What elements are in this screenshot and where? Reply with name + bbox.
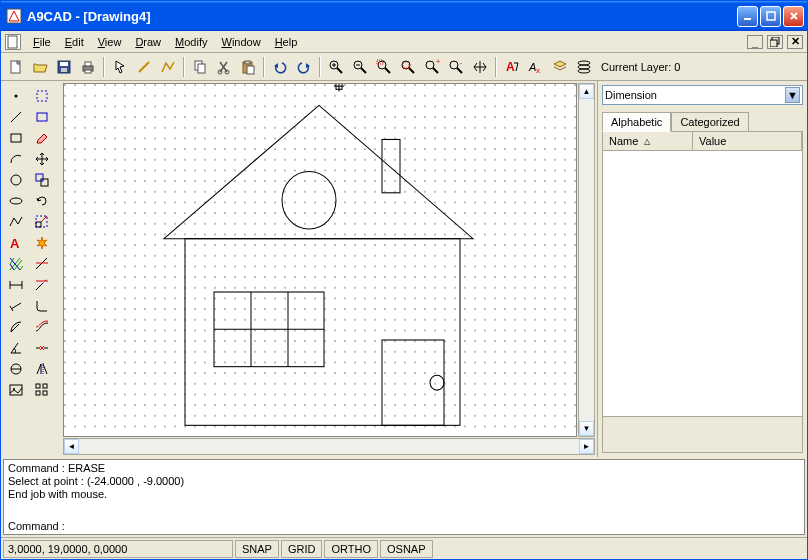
scroll-left-icon[interactable]: ◄	[64, 439, 79, 454]
circle-tool[interactable]	[3, 169, 29, 190]
zoom-realtime-button[interactable]: +	[421, 56, 443, 78]
scale-tool[interactable]	[29, 211, 55, 232]
hatch-tool[interactable]	[3, 253, 29, 274]
minimize-button[interactable]	[737, 6, 758, 27]
point-tool[interactable]	[3, 85, 29, 106]
save-button[interactable]	[53, 56, 75, 78]
dim-radius-tool[interactable]	[3, 316, 29, 337]
command-prompt[interactable]: Command :	[4, 518, 804, 534]
command-line[interactable]: Command : ERASE Select at point : (-24.0…	[3, 459, 805, 535]
scroll-up-icon[interactable]: ▲	[579, 84, 594, 99]
zoom-extents-button[interactable]	[397, 56, 419, 78]
offset-tool[interactable]	[29, 316, 55, 337]
svg-rect-1	[744, 18, 751, 20]
svg-point-28	[378, 61, 386, 69]
menu-file[interactable]: File	[27, 34, 57, 50]
status-bar: 3,0000, 19,0000, 0,0000 SNAP GRID ORTHO …	[1, 537, 807, 559]
erase-tool[interactable]	[29, 127, 55, 148]
svg-line-22	[337, 68, 342, 73]
zoom-in-button[interactable]	[325, 56, 347, 78]
svg-point-43	[578, 65, 590, 69]
line-tool[interactable]	[3, 106, 29, 127]
mdi-restore-button[interactable]	[767, 35, 783, 49]
pan-button[interactable]	[469, 56, 491, 78]
menu-view[interactable]: View	[92, 34, 128, 50]
mirror-tool[interactable]	[29, 358, 55, 379]
dim-style-button[interactable]: Ax	[525, 56, 547, 78]
menu-draw[interactable]: Draw	[129, 34, 167, 50]
osnap-toggle[interactable]: OSNAP	[380, 540, 433, 558]
dimension-dropdown[interactable]: Dimension ▼	[602, 85, 803, 105]
arc-tool[interactable]	[3, 148, 29, 169]
pick-tool-icon[interactable]	[109, 56, 131, 78]
vertical-scrollbar[interactable]: ▲ ▼	[578, 83, 595, 437]
menu-window[interactable]: Window	[215, 34, 266, 50]
svg-rect-61	[37, 91, 47, 101]
trim-tool[interactable]	[29, 253, 55, 274]
copy-tool[interactable]	[29, 169, 55, 190]
svg-rect-5	[770, 40, 777, 47]
close-button[interactable]	[783, 6, 804, 27]
new-button[interactable]	[5, 56, 27, 78]
col-value[interactable]: Value	[693, 132, 802, 150]
tab-alphabetic[interactable]: Alphabetic	[602, 112, 671, 132]
scroll-down-icon[interactable]: ▼	[579, 421, 594, 436]
zoom-out-button[interactable]	[349, 56, 371, 78]
dim-ordinate-tool[interactable]	[3, 358, 29, 379]
layer-manager-button[interactable]	[549, 56, 571, 78]
tab-categorized[interactable]: Categorized	[671, 112, 748, 132]
chevron-down-icon[interactable]: ▼	[785, 87, 800, 103]
select-rect-tool[interactable]	[29, 106, 55, 127]
undo-button[interactable]	[269, 56, 291, 78]
mdi-close-button[interactable]: ✕	[787, 35, 803, 49]
svg-line-32	[409, 68, 414, 73]
menu-help[interactable]: Help	[269, 34, 304, 50]
rect-tool[interactable]	[3, 127, 29, 148]
zoom-window-button[interactable]	[373, 56, 395, 78]
array-tool[interactable]	[29, 379, 55, 400]
layers-button[interactable]	[573, 56, 595, 78]
menu-edit[interactable]: Edit	[59, 34, 90, 50]
text-style-button[interactable]: A	[501, 56, 523, 78]
svg-point-48	[11, 175, 21, 185]
move-tool[interactable]	[29, 148, 55, 169]
snap-toggle[interactable]: SNAP	[235, 540, 279, 558]
extend-tool[interactable]	[29, 274, 55, 295]
dim-angular-tool[interactable]	[3, 337, 29, 358]
dim-linear-tool[interactable]	[3, 274, 29, 295]
polyline-tool[interactable]	[3, 211, 29, 232]
menu-modify[interactable]: Modify	[169, 34, 213, 50]
mdi-minimize-button[interactable]: _	[747, 35, 763, 49]
horizontal-scrollbar[interactable]: ◄ ►	[63, 438, 595, 455]
explode-tool[interactable]	[29, 232, 55, 253]
line-tool-icon[interactable]	[133, 56, 155, 78]
drawing-canvas[interactable]	[63, 83, 577, 437]
select-window-tool[interactable]	[29, 85, 55, 106]
svg-rect-78	[36, 391, 40, 395]
col-name[interactable]: Name △	[603, 132, 693, 150]
rotate-tool[interactable]	[29, 190, 55, 211]
fillet-tool[interactable]	[29, 295, 55, 316]
break-tool[interactable]	[29, 337, 55, 358]
zoom-previous-button[interactable]: -	[445, 56, 467, 78]
scroll-right-icon[interactable]: ►	[579, 439, 594, 454]
open-button[interactable]	[29, 56, 51, 78]
text-tool[interactable]: A	[3, 232, 29, 253]
svg-rect-77	[43, 384, 47, 388]
maximize-button[interactable]	[760, 6, 781, 27]
left-toolbox: A	[1, 81, 61, 457]
svg-point-44	[578, 69, 590, 73]
svg-rect-15	[198, 64, 205, 73]
mdi-doc-icon[interactable]	[5, 34, 21, 50]
ortho-toggle[interactable]: ORTHO	[324, 540, 378, 558]
copy-button[interactable]	[189, 56, 211, 78]
image-tool[interactable]	[3, 379, 29, 400]
print-button[interactable]	[77, 56, 99, 78]
dim-aligned-tool[interactable]	[3, 295, 29, 316]
paste-button[interactable]	[237, 56, 259, 78]
redo-button[interactable]	[293, 56, 315, 78]
grid-toggle[interactable]: GRID	[281, 540, 323, 558]
polyline-tool-icon[interactable]	[157, 56, 179, 78]
ellipse-tool[interactable]	[3, 190, 29, 211]
cut-button[interactable]	[213, 56, 235, 78]
